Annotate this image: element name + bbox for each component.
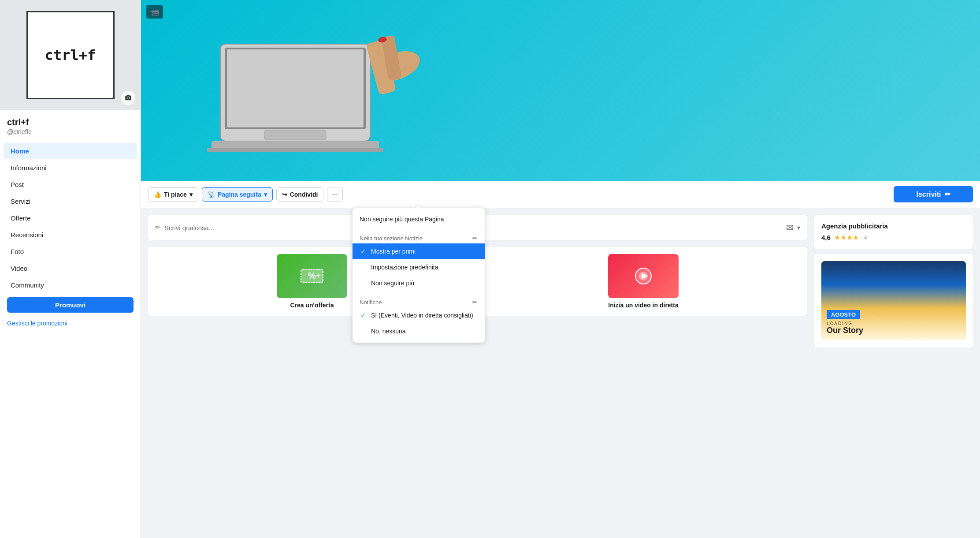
main-content: 📹 bbox=[141, 0, 980, 538]
video-icon: 📹 bbox=[150, 7, 160, 17]
story-title: Our Story bbox=[827, 326, 961, 335]
cover-photo: 📹 bbox=[141, 0, 980, 181]
unfollow-news-label: Non seguire più bbox=[371, 280, 414, 287]
unfollow-news-item[interactable]: Non seguire più bbox=[353, 275, 485, 291]
subscribe-label: Iscriviti bbox=[916, 191, 941, 198]
subscribe-button[interactable]: Iscriviti ✏ bbox=[894, 186, 973, 202]
dropdown-arrow-icon[interactable]: ▾ bbox=[797, 224, 800, 231]
edit-icon[interactable]: ✏ bbox=[472, 235, 478, 242]
more-button[interactable]: ··· bbox=[327, 187, 342, 202]
stars-icon: ★★★★ bbox=[834, 233, 859, 242]
profile-cover: ctrl+f bbox=[0, 0, 141, 110]
svg-rect-4 bbox=[207, 148, 383, 152]
compose-hint: Scrivi qualcosa... bbox=[164, 224, 214, 232]
share-icon: ↪ bbox=[282, 191, 287, 198]
share-label: Condividi bbox=[290, 191, 318, 198]
share-button[interactable]: ↪ Condividi bbox=[276, 187, 324, 202]
rating-number: 4,6 bbox=[821, 234, 831, 241]
action-bar: 👍 Ti piace ▾ 📡 Pagina seguita ▾ ↪ Condiv… bbox=[141, 181, 980, 208]
story-badge-agosto: AGOSTO bbox=[827, 310, 860, 319]
unfollow-page-item[interactable]: Non seguire più questa Pagina bbox=[353, 211, 485, 227]
live-icon bbox=[608, 254, 679, 298]
story-title-container: Our Story bbox=[827, 326, 961, 335]
agency-type: Agenzia pubblicitaria bbox=[821, 222, 966, 230]
sidebar-item-servizi[interactable]: Servizi bbox=[4, 193, 137, 209]
sidebar-item-offerte[interactable]: Offerte bbox=[4, 210, 137, 226]
svg-rect-5 bbox=[264, 130, 326, 140]
story-badge-loading: LOADING bbox=[827, 321, 961, 326]
offer-label: Crea un'offerta bbox=[290, 302, 334, 309]
no-notifications-item[interactable]: No, nessuna bbox=[353, 323, 485, 339]
profile-info: ctrl+f @ctrleffe bbox=[0, 110, 141, 139]
follow-chevron-icon: ▾ bbox=[264, 191, 267, 198]
rating-line: 4,6 ★★★★ ★ bbox=[821, 233, 966, 242]
default-setting-item[interactable]: Impostazione predefinita bbox=[353, 259, 485, 275]
story-content: AGOSTO LOADING bbox=[827, 310, 961, 326]
sidebar-item-recensioni[interactable]: Recensioni bbox=[4, 227, 137, 243]
agency-info-card: Agenzia pubblicitaria 4,6 ★★★★ ★ bbox=[814, 215, 973, 249]
sidebar-item-foto[interactable]: Foto bbox=[4, 243, 137, 260]
dropdown-divider-1 bbox=[353, 229, 485, 229]
yes-checkmark-icon: ✓ bbox=[360, 312, 367, 319]
compose-icon: ✏ bbox=[155, 224, 161, 232]
profile-handle: @ctrleffe bbox=[7, 128, 134, 135]
page-body: ✏ Scrivi qualcosa... ✉ ▾ bbox=[141, 208, 980, 538]
profile-logo: ctrl+f bbox=[26, 11, 115, 99]
cover-illustration bbox=[141, 0, 449, 176]
profile-logo-text: ctrl+f bbox=[45, 47, 96, 64]
sidebar-item-home[interactable]: Home bbox=[4, 143, 137, 159]
story-card[interactable]: AGOSTO LOADING Our Story bbox=[821, 261, 966, 340]
promote-button[interactable]: Promuovi bbox=[7, 297, 134, 313]
sidebar-item-community[interactable]: Community bbox=[4, 277, 137, 293]
svg-rect-2 bbox=[227, 49, 364, 127]
like-button[interactable]: 👍 Ti piace ▾ bbox=[148, 187, 198, 202]
follow-button[interactable]: 📡 Pagina seguita ▾ bbox=[202, 187, 273, 202]
dropdown-caret bbox=[415, 204, 422, 208]
offer-icon: % + bbox=[277, 254, 347, 298]
subscribe-pencil-icon: ✏ bbox=[945, 190, 950, 198]
sidebar-item-video[interactable]: Video bbox=[4, 260, 137, 276]
like-chevron-icon: ▾ bbox=[189, 191, 193, 198]
inbox-icon[interactable]: ✉ bbox=[786, 222, 794, 233]
manage-promotions-link[interactable]: Gestisci le promozioni bbox=[0, 316, 141, 330]
yes-label: Sì (Eventi, Video in diretta consigliati… bbox=[371, 312, 473, 319]
camera-icon[interactable] bbox=[121, 91, 135, 105]
like-icon: 👍 bbox=[154, 191, 161, 198]
svg-text:+: + bbox=[316, 271, 321, 280]
live-video-card[interactable]: Inizia un video in diretta bbox=[479, 247, 807, 316]
notifications-edit-icon[interactable]: ✏ bbox=[472, 299, 478, 306]
notifications-section-label: Notifiche ✏ bbox=[353, 295, 485, 307]
no-label: No, nessuna bbox=[371, 328, 406, 335]
story-card-inner: AGOSTO LOADING Our Story bbox=[821, 261, 966, 340]
default-label: Impostazione predefinita bbox=[371, 264, 438, 271]
yes-notifications-item[interactable]: ✓ Sì (Eventi, Video in diretta consiglia… bbox=[353, 307, 485, 323]
profile-name: ctrl+f bbox=[7, 117, 134, 127]
story-card-container: AGOSTO LOADING Our Story bbox=[814, 254, 973, 347]
checkmark-icon: ✓ bbox=[360, 248, 367, 255]
sidebar-item-informazioni[interactable]: Informazioni bbox=[4, 160, 137, 176]
follow-icon: 📡 bbox=[208, 191, 215, 198]
right-sidebar: Agenzia pubblicitaria 4,6 ★★★★ ★ AGOSTO bbox=[814, 215, 973, 531]
sidebar-item-post[interactable]: Post bbox=[4, 176, 137, 193]
half-star-icon: ★ bbox=[862, 233, 869, 242]
news-section-label: Nella tua sezione Notizie ✏ bbox=[353, 231, 485, 243]
dropdown-divider-2 bbox=[353, 293, 485, 293]
unfollow-label: Non seguire più questa Pagina bbox=[360, 216, 444, 223]
left-sidebar: ctrl+f ctrl+f @ctrleffe Home Informazion… bbox=[0, 0, 141, 538]
show-first-item[interactable]: ✓ Mostra per primi bbox=[353, 243, 485, 259]
video-icon-badge: 📹 bbox=[146, 5, 163, 19]
show-first-label: Mostra per primi bbox=[371, 248, 416, 255]
follow-label: Pagina seguita bbox=[218, 191, 261, 198]
live-label: Inizia un video in diretta bbox=[608, 302, 678, 309]
svg-text:%: % bbox=[308, 271, 316, 280]
follow-dropdown: Non seguire più questa Pagina Nella tua … bbox=[353, 208, 485, 343]
nav-menu: Home Informazioni Post Servizi Offerte R… bbox=[0, 142, 141, 294]
like-label: Ti piace bbox=[164, 191, 187, 198]
